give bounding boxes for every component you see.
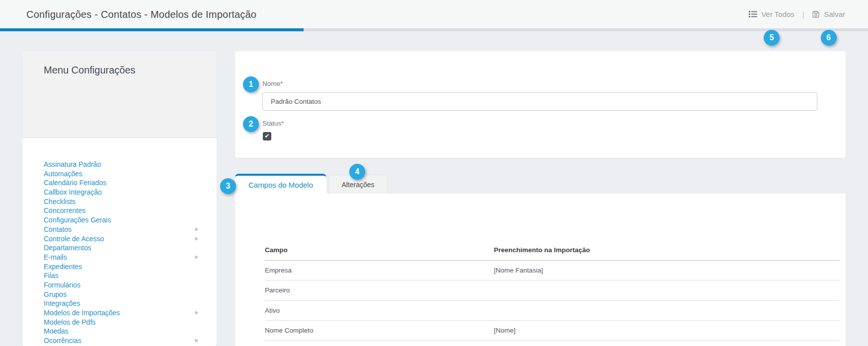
sidebar-menu-item[interactable]: Modelos de Pdfs	[44, 318, 217, 327]
sidebar-menu-item-label: Departamentos	[44, 244, 91, 252]
sidebar-menu-item-label: E-mails	[44, 253, 67, 261]
model-fields-table: Campo Preenchimento na Importação Empres…	[265, 240, 840, 341]
top-bar-actions: Ver Todos 5 | Salvar 6	[749, 0, 845, 28]
submenu-arrow-icon	[195, 237, 198, 241]
submenu-arrow-icon	[195, 339, 198, 343]
submenu-arrow-icon	[195, 311, 198, 315]
sidebar-menu-item-label: Controle de Acesso	[44, 235, 104, 243]
sidebar-menu-item[interactable]: Formulários	[44, 280, 217, 290]
sidebar-menu-item[interactable]: Filas	[44, 271, 217, 280]
sidebar-menu-item[interactable]: Automações	[44, 169, 217, 179]
header-accent-bar-rest	[304, 28, 868, 31]
cell-campo: Parceiro	[265, 280, 494, 301]
status-field-label: Status*	[262, 120, 284, 127]
table-row[interactable]: Ativo	[265, 300, 840, 321]
cell-campo: Nome Completo	[265, 321, 494, 341]
callout-badge-3: 3	[220, 178, 236, 194]
actions-separator: |	[802, 10, 804, 18]
callout-badge-2: 2	[243, 116, 259, 132]
tab-campos-do-modelo[interactable]: Campos do Modelo	[235, 174, 326, 194]
callout-badge-1: 1	[243, 76, 259, 92]
header-accent-bar	[0, 28, 304, 31]
sidebar-menu-item-label: Configurações Gerais	[44, 216, 111, 224]
sidebar-menu-item[interactable]: Grupos	[44, 290, 217, 299]
sidebar-menu-item-label: Calendário Feriados	[44, 179, 106, 187]
page-title: Configurações - Contatos - Modelos de Im…	[26, 8, 256, 20]
name-field-label: Nome*	[262, 80, 283, 87]
sidebar-menu-item[interactable]: Calendário Feriados	[44, 178, 217, 188]
list-icon	[749, 10, 757, 18]
cell-campo: Empresa	[265, 260, 494, 280]
sidebar-menu-item[interactable]: Checklists	[44, 197, 217, 207]
table-header-row: Campo Preenchimento na Importação	[265, 240, 840, 260]
tab-alteracoes-label: Alterações	[341, 181, 374, 189]
sidebar-menu-item-label: Contatos	[44, 225, 72, 233]
settings-import-templates-page: { "header": { "title": "Configurações - …	[0, 0, 868, 346]
sidebar-menu: Assinatura Padrão Automações Calendário …	[22, 138, 217, 346]
sidebar-menu-item[interactable]: Controle de Acesso	[44, 234, 217, 244]
settings-menu-sidebar: Menu Configurações Assinatura Padrão Aut…	[22, 51, 217, 346]
sidebar-menu-item[interactable]: Expedientes	[44, 262, 217, 272]
cell-preenchimento	[494, 280, 840, 301]
sidebar-menu-item-label: Integrações	[44, 299, 80, 307]
sidebar-menu-item-label: Callbox Integração	[44, 188, 102, 196]
sidebar-menu-item[interactable]: Departamentos	[44, 243, 217, 253]
status-checkbox[interactable]: ✔	[263, 132, 271, 140]
sidebar-menu-item[interactable]: Callbox Integração	[44, 188, 217, 197]
cell-preenchimento: [Nome Fantasia]	[494, 260, 840, 280]
sidebar-menu-item-label: Assinatura Padrão	[44, 160, 101, 168]
sidebar-title: Menu Configurações	[22, 51, 217, 76]
submenu-arrow-icon	[195, 255, 198, 259]
column-header-preenchimento: Preenchimento na Importação	[494, 240, 840, 260]
tab-campos-do-modelo-label: Campos do Modelo	[248, 181, 313, 189]
sidebar-menu-item[interactable]: Configurações Gerais	[44, 215, 217, 225]
sidebar-menu-item[interactable]: Ocorrências	[44, 336, 217, 346]
cell-campo: Ativo	[265, 300, 494, 321]
table-row[interactable]: Nome Completo [Nome]	[265, 321, 840, 341]
submenu-arrow-icon	[195, 227, 198, 231]
view-all-button[interactable]: Ver Todos 5	[749, 10, 794, 18]
sidebar-menu-item-label: Modelos de Importações	[44, 309, 120, 317]
sidebar-menu-item[interactable]: Contatos	[44, 225, 217, 234]
sidebar-menu-item-label: Moedas	[44, 327, 69, 335]
table-row[interactable]: Empresa [Nome Fantasia]	[265, 260, 840, 280]
view-all-label: Ver Todos	[761, 10, 794, 18]
callout-badge-4: 4	[349, 164, 365, 180]
top-bar: Configurações - Contatos - Modelos de Im…	[0, 0, 868, 28]
sidebar-menu-item[interactable]: Moedas	[44, 327, 217, 336]
save-icon	[812, 10, 820, 18]
sidebar-menu-item-label: Filas	[44, 272, 59, 279]
sidebar-menu-item[interactable]: Assinatura Padrão	[44, 160, 217, 169]
table-row[interactable]: Parceiro	[265, 280, 840, 301]
name-input[interactable]	[262, 92, 817, 111]
sidebar-menu-item-label: Ocorrências	[44, 337, 81, 345]
column-header-campo: Campo	[265, 240, 494, 260]
sidebar-menu-item[interactable]: Integrações	[44, 299, 217, 308]
save-button[interactable]: Salvar 6	[812, 10, 845, 18]
sidebar-menu-item[interactable]: Concorrentes	[44, 206, 217, 215]
sidebar-menu-item-label: Modelos de Pdfs	[44, 318, 95, 326]
sidebar-menu-item[interactable]: E-mails	[44, 253, 217, 262]
cell-preenchimento	[494, 300, 840, 321]
template-form-card: 1 Nome* 2 Status* ✔	[235, 51, 846, 158]
sidebar-menu-item-label: Automações	[44, 170, 82, 178]
sidebar-menu-item-label: Grupos	[44, 290, 67, 298]
sidebar-menu-item-label: Checklists	[44, 198, 76, 206]
callout-badge-5: 5	[764, 30, 780, 46]
sidebar-header: Menu Configurações	[22, 51, 217, 138]
model-fields-panel: Campo Preenchimento na Importação Empres…	[235, 194, 846, 346]
sidebar-menu-item-label: Formulários	[44, 281, 80, 289]
cell-preenchimento: [Nome]	[494, 321, 840, 341]
save-label: Salvar	[824, 10, 845, 18]
sidebar-menu-item[interactable]: Modelos de Importações	[44, 308, 217, 318]
sidebar-menu-item-label: Expedientes	[44, 263, 82, 271]
sidebar-menu-item-label: Concorrentes	[44, 207, 85, 214]
callout-badge-6: 6	[821, 30, 837, 46]
